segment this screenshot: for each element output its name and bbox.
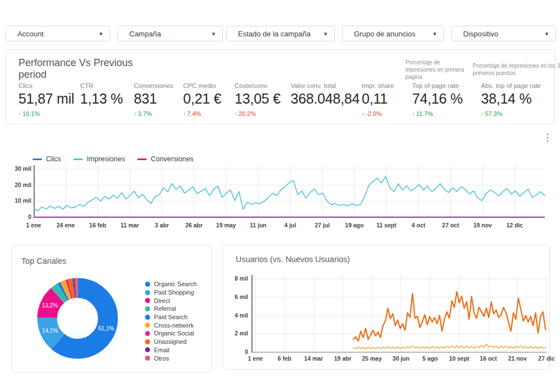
metric-label: CTR <box>80 82 123 89</box>
filter-account[interactable]: Account ▾ <box>6 26 110 41</box>
legend-chip-icon <box>145 306 150 311</box>
metric-value: 368.048,84 <box>291 91 360 107</box>
channel-legend-label: Organic Search <box>154 281 197 287</box>
top-canales-card: Top Canales 61,1%14,1%13,2% Organic Sear… <box>11 245 212 372</box>
kebab-menu-icon[interactable]: ⋮ <box>543 132 552 143</box>
y-axis-label: 6 mil <box>226 293 248 300</box>
metric-label: Valor conv. total <box>291 82 360 89</box>
channel-legend-label: Cross-network <box>154 322 194 329</box>
legend-chip-icon <box>145 356 150 361</box>
legend-chip-icon <box>145 290 150 295</box>
legend-item-clics: Clics <box>32 155 61 163</box>
donut-chart[interactable]: 61,1%14,1%13,2% <box>34 275 121 362</box>
x-axis-label: 16 oct <box>475 355 501 362</box>
metric-value: 1,13 % <box>80 91 123 107</box>
x-axis-label: 11 sept <box>372 222 400 228</box>
metric-value: 74,16 % <box>412 91 463 107</box>
metric-label: Coste/conv. <box>235 82 281 89</box>
x-axis-label: 19 may <box>212 222 240 228</box>
metric-impr-share: Impr. share 0,11 ↓-2.0% <box>362 82 394 117</box>
usuarios-card: Usuarios (vs. Nuevos Usuarios) 02 mil4 m… <box>222 245 550 370</box>
legend-dash-conversiones-icon <box>137 158 147 160</box>
legend-label: Impresiones <box>87 155 125 163</box>
metric-delta: ↑57.3% <box>481 110 541 117</box>
y-axis-label: 4 mil <box>226 312 248 319</box>
channel-legend-item: Email <box>145 346 197 354</box>
x-axis-label: 19 ago <box>340 222 368 228</box>
metric-delta: ↑16.1% <box>18 110 74 117</box>
channel-legend-label: Organic Social <box>154 330 194 337</box>
y-axis-label: 30 mil <box>9 165 31 172</box>
x-axis-label: 16 feb <box>84 222 112 228</box>
x-axis-label: 19 abr <box>330 355 356 362</box>
channel-legend-item: Unassigned <box>145 338 197 346</box>
legend-chip-icon <box>145 331 150 336</box>
y-axis-label: 8 mil <box>226 275 248 282</box>
x-axis-label: 12 dic <box>501 222 529 228</box>
metric-delta: ↓-2.0% <box>362 110 394 117</box>
x-axis-label: 1 ene <box>20 222 48 228</box>
channel-legend-label: Email <box>154 347 170 353</box>
metric-label: Abs. top of page rate <box>481 82 541 89</box>
trend-arrow-icon: ↑ <box>18 111 21 117</box>
metric-overline-top-of-page: Porcentaje de impresiones en primera pág… <box>405 59 468 81</box>
channel-legend-item: Direct <box>145 296 197 305</box>
channel-legend-label: Unassigned <box>154 338 186 345</box>
legend-chip-icon <box>145 347 150 352</box>
trend-arrow-icon: ↓ <box>362 111 365 117</box>
usuarios-plot[interactable] <box>251 275 548 357</box>
filter-grupo-anuncios[interactable]: Grupo de anuncios ▾ <box>342 26 444 41</box>
metric-delta: ↑20.2% <box>235 110 281 117</box>
top-canales-title: Top Canales <box>21 256 67 265</box>
trend-arrow-icon: ↑ <box>412 111 415 117</box>
trend-arrow-icon: ↑ <box>134 111 137 117</box>
metric-value: 51,87 mil <box>18 91 74 107</box>
trend-arrow-icon: ↑ <box>481 111 484 117</box>
y-axis-label: 0 <box>226 348 248 355</box>
channel-legend-item: Paid Shopping <box>145 288 197 297</box>
x-axis-label: 14 mar <box>301 355 326 362</box>
series-line-nuevos-usuarios <box>353 344 545 349</box>
channel-legend-item: Cross-network <box>145 321 197 329</box>
timeseries-plot[interactable] <box>34 165 545 220</box>
channel-legend-item: Otros <box>145 354 197 362</box>
legend-item-impresiones: Impresiones <box>73 155 125 163</box>
metric-delta <box>80 110 123 117</box>
legend-dash-clics-icon <box>32 158 42 160</box>
chevron-down-icon: ▾ <box>212 30 215 38</box>
metric-cpc-medio: CPC medio 0,21 € ↑7.4% <box>183 82 221 117</box>
chevron-down-icon: ▾ <box>324 30 327 38</box>
x-axis-label: 27 dic <box>534 355 559 362</box>
chevron-down-icon: ▾ <box>99 30 102 38</box>
chevron-down-icon: ▾ <box>433 30 436 38</box>
metric-abs-top-of-page-rate: Abs. top of page rate 38,14 % ↑57.3% <box>481 82 541 117</box>
legend-item-conversiones: Conversiones <box>137 155 193 163</box>
metric-delta <box>291 110 360 117</box>
donut-slice-label: 13,2% <box>40 302 60 309</box>
metric-conversiones: Conversiones 831 ↑3.7% <box>134 82 173 117</box>
x-axis-label: 11 jun <box>244 222 272 228</box>
metric-delta: ↑3.7% <box>134 110 173 117</box>
x-axis-label: 25 may <box>359 355 385 362</box>
metric-label: Top of page rate <box>412 82 463 89</box>
channel-legend-item: Referral <box>145 305 197 313</box>
x-axis-label: 24 ene <box>52 222 80 228</box>
x-axis-label: 27 jul <box>308 222 336 228</box>
legend-chip-icon <box>145 339 150 344</box>
legend-chip-icon <box>145 315 150 320</box>
channel-legend-label: Paid Search <box>154 314 188 320</box>
x-axis-label: 3 abr <box>148 222 176 228</box>
filter-estado-campana[interactable]: Estado de la campaña ▾ <box>226 26 335 41</box>
filter-dispositivo[interactable]: Dispositivo ▾ <box>451 26 556 41</box>
legend-dash-impresiones-icon <box>73 158 83 160</box>
metric-label: Impr. share <box>362 82 394 89</box>
metric-label: Clics <box>18 82 74 89</box>
x-axis-label: 6 feb <box>272 355 297 362</box>
filter-campana[interactable]: Campaña ▾ <box>118 26 223 41</box>
metric-delta: ↑11.7% <box>412 110 463 117</box>
y-axis-label: 2 mil <box>226 330 248 337</box>
x-axis-label: 27 oct <box>437 222 465 228</box>
x-axis-label: 21 nov <box>505 355 530 362</box>
x-axis-label: 1 ene <box>242 355 268 362</box>
x-axis-label: 26 abr <box>180 222 208 228</box>
